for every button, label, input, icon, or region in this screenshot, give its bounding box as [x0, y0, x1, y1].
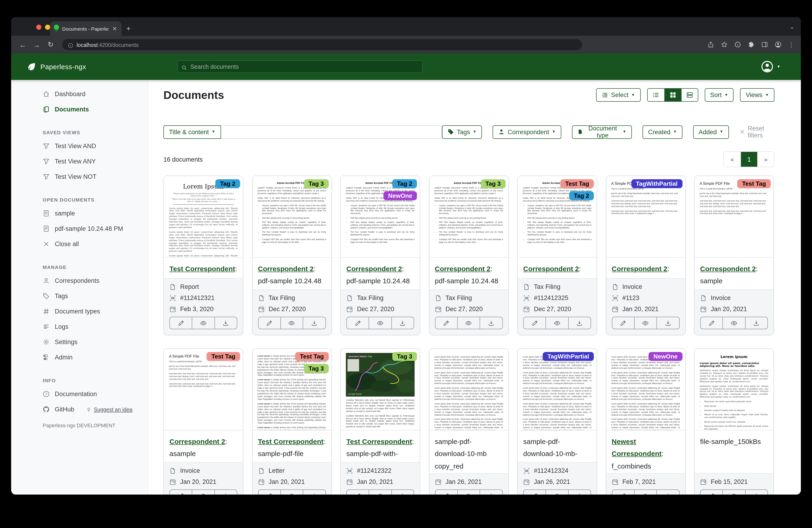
tag-pill-tag3[interactable]: Tag 3 [392, 352, 417, 361]
download-button[interactable] [745, 317, 767, 329]
sidebar-item-pdf-sample-10-24-48-pm[interactable]: pdf-sample 10.24.48 PM [11, 221, 148, 237]
download-button[interactable] [303, 317, 325, 329]
document-preview[interactable]: Adobe Acrobat PDF FilesAdobe® Portable D… [429, 176, 508, 258]
document-preview[interactable]: Lorem ipsum dolor sit amet, consectetur … [606, 349, 685, 430]
sidebar-item-correspondents[interactable]: Correspondents [11, 273, 148, 288]
tag-pill-tagwithpartial[interactable]: TagWithPartial [543, 352, 594, 361]
sidebar-item-document-types[interactable]: Document types [11, 304, 148, 319]
profile-icon[interactable] [775, 41, 781, 48]
sidebar-item-test-view-any[interactable]: Test View ANY [11, 154, 148, 169]
edit-button[interactable] [435, 490, 457, 495]
sidebar-item-test-view-not[interactable]: Test View NOT [11, 169, 148, 184]
document-preview[interactable]: A Simple PDF FileThis is a small demonst… [606, 176, 685, 258]
download-button[interactable] [303, 490, 325, 495]
document-card[interactable]: A Simple PDF FileThis is a small demonst… [694, 175, 774, 335]
correspondent-filter-button[interactable]: Correspondent▼ [493, 125, 561, 139]
window-close-button[interactable] [36, 25, 41, 30]
bookmark-star-icon[interactable] [721, 41, 727, 48]
document-preview[interactable]: A Simple PDF FileThis is a small demonst… [164, 349, 243, 430]
document-card[interactable]: Lorem ipsum dolor sit amet, consectetur … [429, 348, 509, 495]
tag-pill-tag3[interactable]: Tag 3 [304, 364, 329, 373]
tag-pill-testtag[interactable]: Test Tag [561, 179, 594, 188]
download-button[interactable] [745, 490, 767, 495]
tag-pill-tag2[interactable]: Tag 2 [215, 179, 240, 188]
correspondent-link[interactable]: Correspondent 2 [435, 265, 491, 273]
view-button[interactable] [457, 317, 480, 329]
document-preview[interactable]: Lorem ipsum dolor sit amet, consectetur … [429, 349, 508, 430]
correspondent-link[interactable]: Test Correspondent [170, 265, 235, 273]
document-card[interactable]: Adobe Acrobat PDF FilesAdobe® Portable D… [340, 175, 420, 335]
tag-pill-newone[interactable]: NewOne [383, 191, 417, 200]
view-button[interactable] [546, 490, 568, 495]
correspondent-link[interactable]: Correspondent 2 [700, 265, 756, 273]
document-type-filter-button[interactable]: Document type▼ [572, 125, 632, 139]
view-button[interactable] [369, 317, 391, 329]
sidebar-item-admin[interactable]: Admin [11, 350, 148, 365]
tag-pill-tag2[interactable]: Tag 2 [569, 191, 594, 200]
correspondent-link[interactable]: Test Correspondent [346, 438, 412, 445]
download-button[interactable] [480, 490, 502, 495]
edit-button[interactable] [258, 317, 280, 329]
sidebar-item-close-all[interactable]: Close all [11, 237, 148, 252]
document-preview[interactable]: Lorem Ipsum"Neque porro quisquam est qui… [164, 176, 243, 258]
document-card[interactable]: Boundary Waters TripGoogle EarthCurabitu… [340, 348, 420, 495]
view-button[interactable] [192, 317, 215, 329]
view-button[interactable] [369, 490, 391, 495]
correspondent-link[interactable]: Correspondent 2 [612, 265, 667, 273]
user-menu[interactable]: ▼ [761, 60, 780, 73]
edit-button[interactable] [700, 317, 723, 329]
edit-button[interactable] [612, 317, 634, 329]
share-icon[interactable] [708, 41, 714, 48]
sidebar-item-logs[interactable]: Logs [11, 319, 148, 334]
address-bar[interactable]: localhost:4200/documents [62, 39, 582, 50]
back-button[interactable]: ← [18, 41, 28, 48]
tag-pill-testtag[interactable]: Test Tag [738, 179, 771, 188]
tag-pill-tag3[interactable]: Tag 3 [304, 179, 329, 188]
tag-pill-tagwithpartial[interactable]: TagWithPartial [631, 179, 682, 188]
correspondent-link[interactable]: Correspondent 2 [258, 265, 314, 273]
window-minimize-button[interactable] [45, 25, 50, 30]
download-button[interactable] [568, 490, 591, 495]
download-button[interactable] [480, 317, 502, 329]
edit-button[interactable] [435, 317, 457, 329]
detail-view-button[interactable] [681, 89, 698, 101]
view-button[interactable] [723, 317, 745, 329]
document-preview[interactable]: Adobe Acrobat PDF FilesAdobe® Portable D… [252, 176, 331, 258]
view-button[interactable] [546, 317, 568, 329]
document-card[interactable]: A Simple PDF FileThis is a small demonst… [163, 348, 243, 495]
correspondent-link[interactable]: Newest Correspondent [612, 438, 662, 458]
document-card[interactable]: Lorem ipsum dolor sit amet, consectetur … [517, 348, 597, 495]
prev-page-button[interactable]: « [724, 152, 740, 167]
view-button[interactable] [634, 490, 657, 495]
view-button[interactable] [192, 490, 215, 495]
tag-pill-testtag[interactable]: Test Tag [295, 352, 329, 361]
tab-search-chevron-icon[interactable]: ⌄ [790, 24, 794, 30]
download-button[interactable] [656, 490, 679, 495]
app-brand[interactable]: Paperless-ngx [27, 62, 86, 71]
document-preview[interactable]: Adobe Acrobat PDF FilesAdobe® Portable D… [518, 176, 597, 258]
edit-button[interactable] [170, 317, 192, 329]
edit-button[interactable] [612, 490, 634, 495]
side-panel-icon[interactable] [762, 41, 768, 48]
document-preview[interactable]: Lorem ipsum dolor sit amet, consectetur … [518, 349, 597, 430]
view-button[interactable] [280, 490, 303, 495]
added-filter-button[interactable]: Added▼ [693, 125, 729, 139]
reload-button[interactable]: ↻ [45, 40, 56, 49]
document-card[interactable]: Lorem ipsumLorem ipsum dolor sit amet, c… [694, 348, 774, 495]
correspondent-link[interactable]: Test Correspondent [258, 438, 323, 445]
sort-button[interactable]: Sort▼ [705, 88, 734, 102]
tag-pill-newone[interactable]: NewOne [649, 352, 682, 361]
sidebar-item-github[interactable]: GitHubSuggest an idea [11, 402, 148, 417]
document-card[interactable]: Lorem Ipsum"Neque porro quisquam est qui… [163, 175, 243, 335]
download-button[interactable] [214, 490, 237, 495]
edit-button[interactable] [347, 317, 369, 329]
view-button[interactable] [457, 490, 480, 495]
current-page[interactable]: 1 [740, 152, 757, 167]
edit-button[interactable] [524, 490, 546, 495]
document-card[interactable]: A Simple PDF FileThis is a small demonst… [606, 175, 685, 335]
document-card[interactable]: Adobe Acrobat PDF FilesAdobe® Portable D… [429, 175, 509, 335]
download-button[interactable] [214, 317, 237, 329]
view-button[interactable] [723, 490, 745, 495]
suggest-an-idea-link[interactable]: Suggest an idea [86, 406, 132, 412]
document-preview[interactable]: A Simple PDF FileThis is a small demonst… [695, 176, 773, 258]
